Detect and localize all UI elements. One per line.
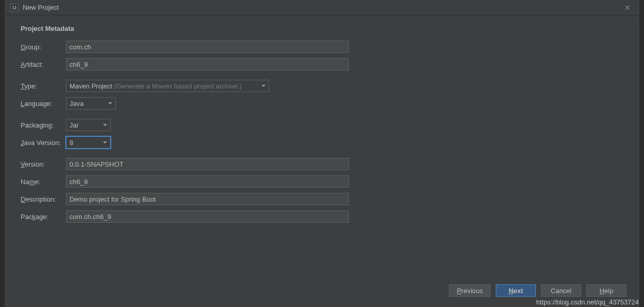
type-hint: (Generate a Maven based project archive.…	[114, 82, 241, 90]
close-icon[interactable]: ✕	[621, 2, 634, 14]
help-button[interactable]: Help	[586, 284, 626, 297]
name-input[interactable]	[66, 175, 349, 188]
group-input[interactable]	[66, 41, 349, 53]
type-dropdown[interactable]: Maven Project (Generate a Maven based pr…	[66, 80, 269, 92]
row-name: Name:	[21, 175, 623, 188]
label-java-version: Java Version:	[21, 139, 66, 147]
label-artifact: Artifact:	[21, 61, 66, 68]
app-icon: IJ	[10, 4, 19, 12]
row-java-version: Java Version: 8	[21, 136, 623, 149]
row-group: Group:	[21, 41, 623, 53]
label-packaging: Packaging:	[21, 121, 66, 129]
language-value: Java	[69, 100, 83, 107]
label-version: Version:	[21, 160, 66, 168]
label-description: Description:	[21, 195, 66, 203]
new-project-dialog: IJ New Project ✕ Project Metadata Group:…	[5, 0, 639, 303]
next-button[interactable]: Next	[496, 284, 536, 297]
artifact-input[interactable]	[66, 58, 349, 70]
row-package: Package:	[21, 210, 623, 223]
label-package: Package:	[21, 213, 66, 221]
window-title: New Project	[23, 4, 621, 11]
label-group: Group:	[21, 43, 66, 51]
row-language: Language: Java	[21, 97, 623, 110]
label-type: Type:	[21, 82, 66, 90]
language-dropdown[interactable]: Java	[66, 97, 116, 110]
row-version: Version:	[21, 158, 623, 170]
cancel-button[interactable]: Cancel	[541, 284, 581, 297]
row-type: Type: Maven Project (Generate a Maven ba…	[21, 80, 623, 92]
button-bar: Previous Next Cancel Help	[449, 284, 626, 297]
label-name: Name:	[21, 178, 66, 186]
package-input[interactable]	[66, 210, 349, 223]
description-input[interactable]	[66, 193, 349, 205]
row-packaging: Packaging: Jar	[21, 119, 623, 131]
java-version-value: 8	[69, 139, 73, 147]
row-artifact: Artifact:	[21, 58, 623, 70]
left-edge-decor	[0, 0, 5, 307]
java-version-dropdown[interactable]: 8	[66, 136, 111, 149]
previous-button[interactable]: Previous	[449, 284, 491, 297]
content-area: Project Metadata Group: Artifact: Type: …	[5, 15, 639, 277]
titlebar: IJ New Project ✕	[5, 0, 639, 15]
packaging-value: Jar	[69, 121, 79, 129]
right-edge-decor	[639, 0, 644, 307]
section-title: Project Metadata	[21, 25, 623, 32]
version-input[interactable]	[66, 158, 349, 170]
label-language: Language:	[21, 100, 66, 107]
row-description: Description:	[21, 193, 623, 205]
type-value: Maven Project	[69, 82, 112, 90]
packaging-dropdown[interactable]: Jar	[66, 119, 111, 131]
